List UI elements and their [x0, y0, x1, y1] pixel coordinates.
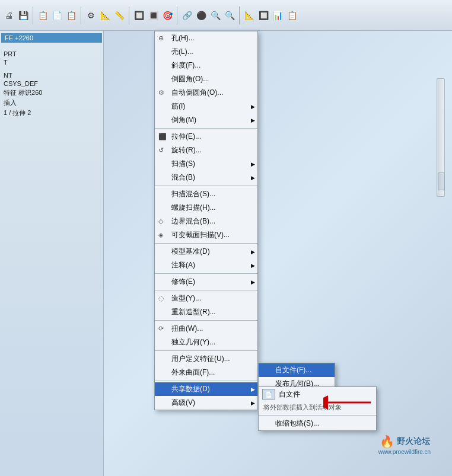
- toolbar-paste-icon[interactable]: 📄: [50, 9, 63, 22]
- flame-icon: 🔥: [380, 435, 394, 449]
- menu-item-hole[interactable]: ⊕ 孔(H)...: [155, 31, 257, 45]
- toolbar: 🖨 💾 📋 📄 📋 ⚙ 📐 📏 🔲 🔳 🎯 🔗 ⚫ 🔍 🔍 📐 🔲 📊 📋: [0, 0, 452, 31]
- menu-item-auto-round[interactable]: ⚙ 自动倒圆角(O)...: [155, 86, 257, 100]
- menu-item-swept-blend[interactable]: 扫描混合(S)...: [155, 187, 257, 201]
- menu-sep-4: [155, 273, 257, 274]
- toolbar-grid-icon[interactable]: 📐: [98, 9, 112, 22]
- menu-sep-2: [155, 186, 257, 186]
- menu-item-model-datum[interactable]: 模型基准(D): [155, 245, 257, 258]
- menu-item-draft[interactable]: 斜度(F)...: [155, 59, 257, 72]
- file-icon: 📄: [265, 391, 272, 398]
- menu-sep-5: [155, 290, 257, 290]
- toolbar-save-icon[interactable]: 💾: [17, 9, 30, 22]
- menu-item-blend[interactable]: 混合(B): [155, 171, 257, 184]
- menu-item-round[interactable]: 倒圆角(O)...: [155, 72, 257, 86]
- var-sweep-icon: ◈: [158, 231, 163, 239]
- left-panel-prt: PRT: [1, 50, 102, 58]
- from-file-icon-box: 📄: [262, 389, 275, 400]
- left-panel-header: FE +2260: [1, 33, 102, 43]
- toolbar-chart-icon[interactable]: 📊: [271, 9, 284, 22]
- menu-item-extrude[interactable]: ⬛ 拉伸(E)...: [155, 130, 257, 143]
- toolbar-angle-icon[interactable]: 📐: [243, 9, 256, 22]
- menu-sep-7: [155, 350, 257, 351]
- menu-item-style[interactable]: ◌ 造型(Y)...: [155, 292, 257, 305]
- boundary-icon: ◇: [158, 218, 163, 225]
- left-panel-nt: NT: [1, 71, 102, 79]
- hole-icon: ⊕: [158, 34, 164, 42]
- left-panel-insert: 插入: [1, 98, 102, 108]
- menu-item-udf[interactable]: 用户定义特征(U)...: [155, 352, 257, 366]
- toolbar-box2-icon[interactable]: 🔳: [147, 9, 160, 22]
- menu-item-advanced[interactable]: 高级(V): [155, 396, 257, 410]
- left-panel-t: T: [1, 58, 102, 66]
- menu-item-shell[interactable]: 壳(L)...: [155, 45, 257, 59]
- main-layout: FE +2260 PRT T NT CSYS_DEF 特征 标识260 插入 1…: [0, 31, 452, 476]
- menu-item-cosmetic[interactable]: 修饰(E): [155, 275, 257, 289]
- menu-item-shrinkwrap[interactable]: 收缩包络(S)...: [259, 417, 376, 430]
- vertical-scrollbar[interactable]: [437, 78, 445, 197]
- menu-item-insert-external[interactable]: 将外部数据插入到活动对象: [259, 401, 376, 414]
- menu-sep-1: [155, 128, 257, 129]
- watermark: 🔥 野火论坛 www.proewildfire.cn: [369, 435, 440, 464]
- menu-item-chamfer[interactable]: 倒角(M): [155, 113, 257, 127]
- auto-round-icon: ⚙: [158, 89, 164, 97]
- toolbar-print-icon[interactable]: 🖨: [2, 9, 15, 22]
- menu-item-from-file-sub[interactable]: 📄 自文件: [259, 387, 376, 401]
- menu-item-revolve[interactable]: ↺ 旋转(R)...: [155, 143, 257, 157]
- context-menu-from-file: 📄 自文件 将外部数据插入到活动对象 收缩包络(S)...: [258, 386, 377, 431]
- left-panel-feature: 特征 标识260: [1, 88, 102, 98]
- left-panel: FE +2260 PRT T NT CSYS_DEF 特征 标识260 插入 1…: [0, 31, 104, 476]
- toolbar-circle-icon[interactable]: ⚫: [195, 9, 208, 22]
- watermark-brand: 野火论坛: [397, 436, 430, 447]
- context-menu-main: ⊕ 孔(H)... 壳(L)... 斜度(F)... 倒圆角(O)... ⚙ 自…: [154, 31, 258, 410]
- menu-item-external-surface[interactable]: 外来曲面(F)...: [155, 366, 257, 379]
- watermark-url: www.proewildfire.cn: [378, 449, 431, 455]
- toolbar-square-icon[interactable]: 🔲: [257, 9, 270, 22]
- toolbar-settings-icon[interactable]: ⚙: [84, 9, 97, 22]
- toolbar-sep-2: [81, 7, 81, 24]
- toolbar-target-icon[interactable]: 🎯: [161, 9, 174, 22]
- scrollbar-thumb[interactable]: [438, 172, 445, 190]
- menu-item-var-section-sweep[interactable]: ◈ 可变截面扫描(V)...: [155, 228, 257, 242]
- toolbar-list-icon[interactable]: 📋: [285, 9, 298, 22]
- toolbar-zoom-out-icon[interactable]: 🔍: [223, 9, 236, 22]
- toolbar-zoom-in-icon[interactable]: 🔍: [209, 9, 222, 22]
- toolbar-copy-icon[interactable]: 📋: [36, 9, 49, 22]
- toolbar-sep-1: [33, 7, 33, 24]
- menu-item-annotation[interactable]: 注释(A): [155, 258, 257, 272]
- toolbar-sep-4: [177, 7, 177, 24]
- menu-item-boundary-blend[interactable]: ◇ 边界混合(B)...: [155, 215, 257, 228]
- menu-item-sweep[interactable]: 扫描(S): [155, 157, 257, 171]
- toolbar-box1-icon[interactable]: 🔲: [132, 9, 145, 22]
- menu-item-restyle[interactable]: 重新造型(R)...: [155, 305, 257, 319]
- content-area: ⊕ 孔(H)... 壳(L)... 斜度(F)... 倒圆角(O)... ⚙ 自…: [104, 31, 452, 476]
- extrude-icon: ⬛: [158, 133, 167, 140]
- menu-item-warp[interactable]: ⟳ 扭曲(W)...: [155, 322, 257, 336]
- toolbar-sep-5: [239, 7, 240, 24]
- menu-item-rib[interactable]: 筋(I): [155, 100, 257, 113]
- watermark-logo: 🔥 野火论坛 www.proewildfire.cn: [369, 435, 440, 464]
- menu-item-shared-data[interactable]: 共享数据(D): [155, 382, 257, 396]
- toolbar-new-icon[interactable]: 📋: [65, 9, 78, 22]
- menu-sep-8: [155, 381, 257, 381]
- toolbar-link-icon[interactable]: 🔗: [180, 9, 193, 22]
- toolbar-measure-icon[interactable]: 📏: [113, 9, 126, 22]
- menu-sep-3: [155, 243, 257, 244]
- style-icon: ◌: [158, 295, 164, 302]
- warp-icon: ⟳: [158, 325, 164, 333]
- toolbar-sep-3: [129, 7, 129, 24]
- sub2-separator: [259, 415, 376, 416]
- left-panel-extrude: 1 / 拉伸 2: [1, 108, 102, 118]
- left-panel-csys: CSYS_DEF: [1, 79, 102, 88]
- revolve-icon: ↺: [158, 146, 164, 154]
- menu-item-from-file[interactable]: 自文件(F)...: [259, 363, 335, 377]
- menu-item-helical-sweep[interactable]: 螺旋扫描(H)...: [155, 201, 257, 215]
- menu-sep-6: [155, 320, 257, 321]
- menu-item-independent-geo[interactable]: 独立几何(Y)...: [155, 336, 257, 349]
